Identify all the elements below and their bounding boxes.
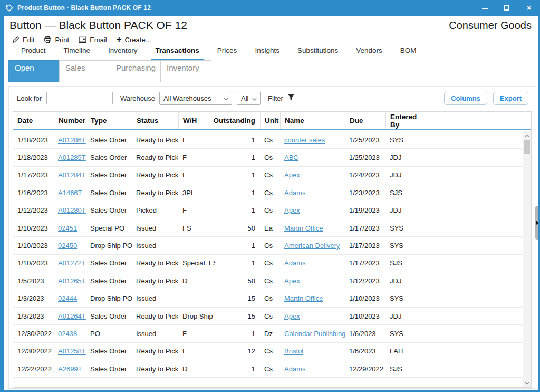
chevron-down-icon [249,94,257,102]
subtab-open[interactable]: Open [8,60,60,82]
transaction-number-link[interactable]: A2699T [58,365,82,373]
tab-transactions[interactable]: Transactions [147,45,208,59]
minimize-button[interactable] [474,0,496,16]
print-icon [44,36,52,43]
transaction-number-link[interactable]: A01265T [58,277,86,285]
column-header[interactable]: Unit [260,112,280,129]
customer-name-link[interactable]: Adams [284,189,305,197]
customer-name-link[interactable]: Apex [284,206,300,214]
column-header[interactable]: Outstanding [216,112,260,129]
left-panel-splitter[interactable] [0,187,4,221]
transactions-table: DateNumberTypeStatusW/HOutstandingUnitNa… [13,111,532,388]
warehouse-select[interactable]: All Warehouses [159,92,232,105]
table-row[interactable]: 1/12/2023 A01280T Sales Order Picked F 1… [13,202,523,219]
transaction-number-link[interactable]: 02451 [58,224,77,232]
app-icon [5,4,13,12]
subtab-purchasing[interactable]: Purchasing [110,60,161,82]
print-button[interactable]: Print [44,36,69,44]
table-row[interactable]: 12/22/2022 A2699T Sales Order Ready to P… [13,360,523,378]
subtab-inventory[interactable]: Inventory [160,60,211,82]
edit-button[interactable]: Edit [12,36,34,44]
tab-insights[interactable]: Insights [246,45,288,59]
product-window: Product Button - Black Button PACK OF 12… [0,0,540,392]
table-row[interactable]: 1/3/2023 A01264T Sales Order Ready to Pi… [13,308,523,325]
minimize-icon [482,8,488,9]
customer-name-link[interactable]: Apex [284,312,300,320]
column-header[interactable]: Number [54,112,86,129]
table-row[interactable]: 12/30/2022 02438 PO Issued F 1 Dz Calend… [13,325,523,342]
column-header[interactable]: Entered By [385,112,428,129]
close-button[interactable]: × [518,0,540,16]
tab-prices[interactable]: Prices [208,45,246,59]
tab-vendors[interactable]: Vendors [347,45,391,59]
transaction-number-link[interactable]: A01284T [58,171,86,179]
tab-product[interactable]: Product [12,45,55,59]
product-category: Consumer Goods [449,20,532,32]
table-scrollbar[interactable] [523,131,531,387]
customer-name-link[interactable]: Martin Office [284,294,323,302]
filter-icon[interactable] [287,93,295,103]
maximize-icon [504,5,509,11]
transaction-number-link[interactable]: A01285T [58,154,86,161]
table-row[interactable]: 1/18/2023 A01286T Sales Order Ready to P… [13,131,523,149]
customer-name-link[interactable]: Apex [284,277,300,285]
transaction-number-link[interactable]: A1466T [58,189,82,197]
scroll-up-icon[interactable] [523,132,531,140]
tab-inventory[interactable]: Inventory [99,45,147,59]
column-header[interactable]: W/H [178,112,216,129]
table-row[interactable]: 1/5/2023 A01265T Sales Order Ready to Pi… [13,272,523,290]
column-header[interactable]: Due [345,112,385,129]
column-header-filler [428,112,531,129]
transaction-number-link[interactable]: A01272T [58,259,86,267]
email-button[interactable]: Email [79,36,107,44]
type-filter-select[interactable]: All [237,92,261,105]
customer-name-link[interactable]: Adams [284,365,305,373]
transaction-number-link[interactable]: 02438 [58,330,77,338]
title-bar[interactable]: Product Button - Black Button PACK OF 12… [0,0,540,16]
export-button[interactable]: Export [493,92,528,105]
column-header[interactable]: Type [86,112,132,129]
table-row[interactable]: 1/18/2023 A01285T Sales Order Ready to P… [13,149,523,166]
table-row[interactable]: 1/17/2023 A01284T Sales Order Ready to P… [13,167,523,184]
transaction-number-link[interactable]: A01264T [58,312,86,320]
scroll-down-icon[interactable] [523,379,531,387]
create-button[interactable]: + Create... [117,36,151,44]
columns-button[interactable]: Columns [444,92,487,105]
transaction-number-link[interactable]: 02444 [58,294,77,302]
column-header[interactable]: Status [132,112,178,129]
page-header: Button — Black Button PACK OF 12 Consume… [4,16,538,34]
table-header-row: DateNumberTypeStatusW/HOutstandingUnitNa… [13,112,531,130]
table-row[interactable]: 1/10/2023 02451 Special PO Issued FS 50 … [13,219,523,237]
transaction-number-link[interactable]: 02450 [58,242,77,250]
table-row[interactable]: 1/3/2023 02444 Drop Ship PO Issued 15 Cs… [13,290,523,308]
window-title: Product Button - Black Button PACK OF 12 [17,4,151,12]
look-for-input[interactable] [46,92,113,104]
transaction-number-link[interactable]: A01280T [58,206,86,214]
table-row[interactable]: 1/10/2023 02450 Drop Ship PO Issued 1 Cs… [13,237,523,254]
transaction-number-link[interactable]: A01258T [58,347,86,355]
table-row[interactable]: 1/16/2023 A1466T Sales Order Ready to Pi… [13,184,523,202]
transaction-number-link[interactable]: A01286T [58,136,86,144]
tab-bom[interactable]: BOM [391,45,426,59]
customer-name-link[interactable]: Apex [284,171,300,179]
tab-substitutions[interactable]: Substitutions [288,45,347,59]
right-panel-splitter[interactable] [535,206,539,240]
column-header[interactable]: Name [280,112,345,129]
filter-label: Filter [268,94,283,102]
column-header[interactable]: Date [13,112,54,129]
customer-name-link[interactable]: Martin Office [284,224,323,232]
table-row[interactable]: 12/30/2022 A01258T Sales Order Ready to … [13,343,523,360]
filter-bar: Look for Warehouse All Warehouses All Fi… [9,87,535,110]
maximize-button[interactable] [496,0,518,16]
table-row[interactable]: 1/10/2023 A01272T Sales Order Ready to P… [13,255,523,272]
customer-name-link[interactable]: ABC [284,154,298,161]
tab-timeline[interactable]: Timeline [55,45,100,59]
subtab-sales[interactable]: Sales [59,60,110,82]
subtab-bar: OpenSalesPurchasingInventory [8,60,211,82]
customer-name-link[interactable]: counter sales [284,136,325,144]
customer-name-link[interactable]: American Delivery [284,242,340,250]
scrollbar-thumb[interactable] [524,140,530,154]
customer-name-link[interactable]: Calendar Publishing [284,330,345,338]
customer-name-link[interactable]: Adams [284,259,305,267]
customer-name-link[interactable]: Bristol [284,347,303,355]
